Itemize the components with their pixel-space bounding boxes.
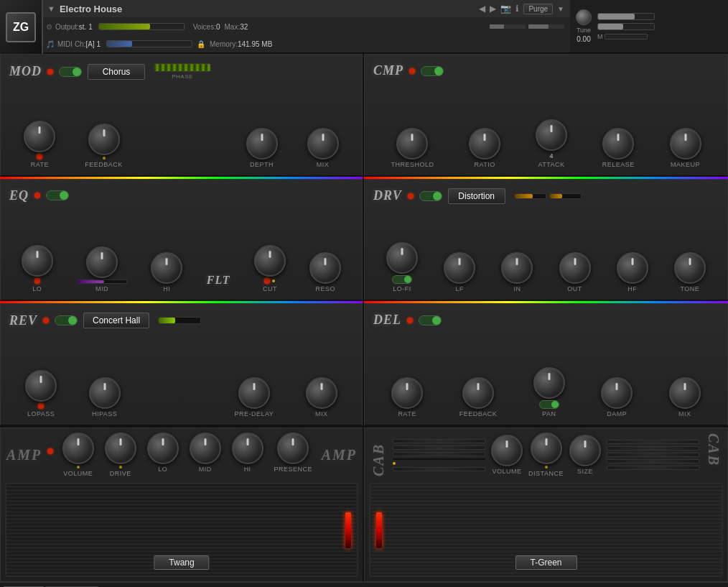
drv-in-knob[interactable] <box>501 252 533 284</box>
cmp-toggle[interactable] <box>421 66 444 76</box>
mod-preset-button[interactable]: Chorus <box>88 64 145 80</box>
cab-volume-knob[interactable] <box>491 435 523 466</box>
dropdown-icon[interactable]: ▼ <box>557 5 564 13</box>
cab-distance-knob[interactable] <box>531 433 562 464</box>
cmp-section: CMP THRESHOLD RATIO <box>364 54 728 177</box>
eq-mid-knob[interactable] <box>86 246 118 278</box>
rev-lopass-label: LOPASS <box>27 410 55 417</box>
amp-label-right: AMP <box>322 447 357 463</box>
mod-mix-knob[interactable] <box>307 128 339 160</box>
mod-rate-knob[interactable] <box>24 121 55 152</box>
del-feedback-knob[interactable] <box>462 377 494 409</box>
midi-value: [A] 1 <box>85 40 101 48</box>
amp-lo-knob-group: LO <box>147 433 179 477</box>
amp-lo-knob[interactable] <box>147 433 179 464</box>
drv-lofi-knob[interactable] <box>386 242 418 274</box>
rev-predelay-knob-group: PRE-DELAY <box>234 377 274 417</box>
rev-lopass-knob[interactable] <box>25 370 57 402</box>
del-toggle[interactable] <box>419 315 442 325</box>
rev-predelay-knob[interactable] <box>238 377 270 409</box>
drv-out-knob[interactable] <box>559 252 591 284</box>
amp-presence-knob[interactable] <box>277 433 309 464</box>
title-bar-middle: ▼ Electro House ◀ ▶ 📷 ℹ Purge ▼ ⚙ Output… <box>43 0 570 52</box>
cmp-label: CMP <box>373 63 403 78</box>
purge-button[interactable]: Purge <box>523 4 553 14</box>
cmp-attack-knob[interactable] <box>536 119 567 151</box>
camera-icon[interactable]: 📷 <box>500 4 511 14</box>
drv-power-led[interactable] <box>408 193 414 199</box>
amp-preset-button[interactable]: Twang <box>154 555 209 570</box>
eq-mid-label: MID <box>95 285 108 292</box>
mod-feedback-knob[interactable] <box>88 124 120 155</box>
mod-feedback-dot <box>103 157 106 160</box>
nav-next[interactable]: ▶ <box>490 4 496 14</box>
flt-reso-knob[interactable] <box>309 252 341 284</box>
rev-preset-button[interactable]: Concert Hall <box>83 313 149 328</box>
cab-distance-label: DISTANCE <box>528 470 564 477</box>
eq-toggle[interactable] <box>46 190 69 200</box>
drv-in-label: IN <box>513 285 521 292</box>
drv-label: DRV <box>373 188 402 203</box>
eq-lo-knob[interactable] <box>22 245 53 277</box>
drv-lofi-knob-group: LO-FI <box>386 242 418 292</box>
cab-label-right: CAB <box>705 433 722 476</box>
eq-power-led[interactable] <box>34 193 40 198</box>
header-row3: 🎵 MIDI Ch: [A] 1 🔒 Memory: 141.95 MB <box>43 35 570 52</box>
drv-out-label: OUT <box>567 285 582 292</box>
drv-tone-knob[interactable] <box>674 252 706 284</box>
amp-hi-knob[interactable] <box>232 433 263 464</box>
amp-volume-knob[interactable] <box>62 433 94 464</box>
eq-hi-knob[interactable] <box>151 252 182 284</box>
rev-mix-knob[interactable] <box>306 377 337 409</box>
del-power-led[interactable] <box>407 318 413 323</box>
cmp-threshold-label: THRESHOLD <box>391 161 434 168</box>
del-rate-knob[interactable] <box>391 377 423 409</box>
cmp-power-led[interactable] <box>409 68 415 74</box>
drv-toggle[interactable] <box>419 191 442 201</box>
cab-vol-dot <box>393 462 396 465</box>
drv-preset-button[interactable]: Distortion <box>448 188 505 204</box>
mod-depth-knob[interactable] <box>246 128 278 160</box>
cmp-ratio-knob[interactable] <box>469 128 500 160</box>
rev-hipass-label: HIPASS <box>92 410 117 417</box>
del-mix-knob[interactable] <box>669 377 701 409</box>
amp-presence-label: PRESENCE <box>274 466 313 473</box>
cab-volume-knob-group: VOLUME <box>491 435 523 475</box>
cab-size-knob[interactable] <box>569 435 601 466</box>
del-pan-toggle[interactable] <box>539 400 559 409</box>
flt-cut-label: CUT <box>263 285 277 292</box>
rev-power-led[interactable] <box>43 318 49 323</box>
flt-cut-knob[interactable] <box>254 245 286 277</box>
drv-lf-knob[interactable] <box>444 252 475 284</box>
tune-knob[interactable] <box>576 9 592 25</box>
tune-label: Tune <box>577 27 591 34</box>
voices-value: 0 <box>216 23 220 31</box>
amp-power-led[interactable] <box>47 448 53 454</box>
del-rate-knob-group: RATE <box>391 377 423 417</box>
tabs-bar: Main FX Rack <box>0 582 728 587</box>
output-value: st. 1 <box>79 23 93 31</box>
info-icon[interactable]: ℹ <box>515 4 519 14</box>
nav-prev[interactable]: ◀ <box>479 4 485 14</box>
flt-reso-knob-group: RESO <box>309 252 341 292</box>
output-label: Output: <box>55 23 79 31</box>
drv-lofi-toggle[interactable] <box>392 275 412 284</box>
del-pan-knob[interactable] <box>533 367 565 399</box>
midi-label: MIDI Ch: <box>57 40 85 48</box>
eq-section: EQ LO <box>0 179 363 302</box>
cmp-threshold-knob[interactable] <box>396 128 428 160</box>
mod-mix-knob-group: MIX <box>307 128 339 168</box>
del-damp-knob[interactable] <box>601 377 633 409</box>
amp-drive-knob[interactable] <box>105 433 136 464</box>
cmp-release-knob[interactable] <box>602 128 634 160</box>
cmp-makeup-knob[interactable] <box>670 128 701 160</box>
drv-lofi-label: LO-FI <box>393 285 411 292</box>
rev-hipass-knob[interactable] <box>89 377 121 409</box>
mod-toggle[interactable] <box>59 67 82 77</box>
amp-mid-knob[interactable] <box>190 433 221 464</box>
rev-toggle[interactable] <box>55 315 78 325</box>
cab-preset-button[interactable]: T-Green <box>515 555 577 570</box>
drv-hf-knob[interactable] <box>617 252 648 284</box>
drv-in-knob-group: IN <box>501 252 533 292</box>
mod-power-led[interactable] <box>47 69 53 75</box>
